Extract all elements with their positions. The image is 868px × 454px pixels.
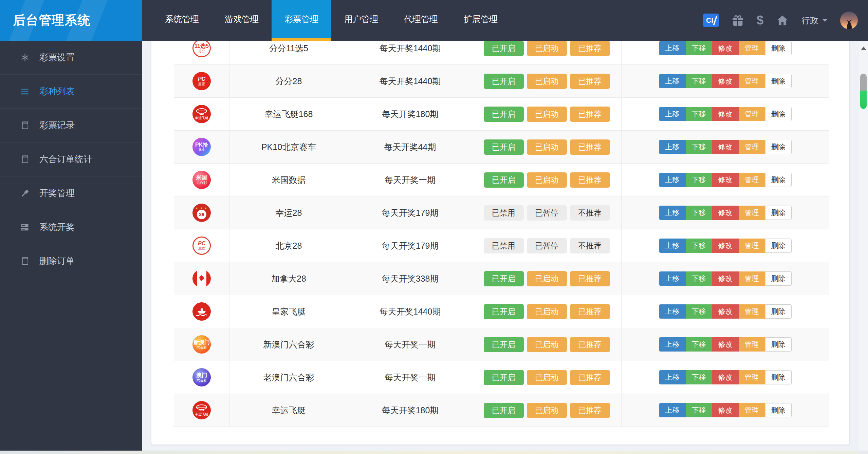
tab-game-management[interactable]: 游戏管理 xyxy=(212,0,272,41)
status-badge[interactable]: 已推荐 xyxy=(570,139,610,155)
ci-icon[interactable]: CI xyxy=(703,14,719,27)
action-delete-button[interactable]: 删除 xyxy=(765,337,792,352)
status-badge[interactable]: 不推荐 xyxy=(570,238,610,253)
action-move-down-button[interactable]: 下移 xyxy=(686,173,712,187)
action-move-down-button[interactable]: 下移 xyxy=(686,271,712,286)
status-badge[interactable]: 已开启 xyxy=(484,271,524,286)
status-badge[interactable]: 已启动 xyxy=(527,370,567,385)
status-badge[interactable]: 已暂停 xyxy=(527,238,567,253)
action-delete-button[interactable]: 删除 xyxy=(765,271,792,286)
dollar-icon[interactable]: $ xyxy=(757,13,763,27)
action-move-down-button[interactable]: 下移 xyxy=(686,337,712,352)
action-move-up-button[interactable]: 上移 xyxy=(659,239,686,253)
status-badge[interactable]: 已推荐 xyxy=(570,337,610,352)
action-move-up-button[interactable]: 上移 xyxy=(659,107,686,121)
action-move-down-button[interactable]: 下移 xyxy=(686,304,712,319)
action-move-down-button[interactable]: 下移 xyxy=(686,239,712,253)
status-badge[interactable]: 已推荐 xyxy=(570,74,610,89)
action-edit-button[interactable]: 修改 xyxy=(712,370,739,384)
status-badge[interactable]: 已启动 xyxy=(527,271,567,286)
status-badge[interactable]: 已开启 xyxy=(484,370,524,385)
action-edit-button[interactable]: 修改 xyxy=(712,337,739,352)
action-delete-button[interactable]: 删除 xyxy=(765,140,792,154)
sidebar-item-lottery-records[interactable]: 彩票记录 xyxy=(0,109,142,143)
action-manage-button[interactable]: 管理 xyxy=(739,403,765,417)
action-delete-button[interactable]: 删除 xyxy=(765,304,792,319)
action-manage-button[interactable]: 管理 xyxy=(739,271,765,286)
sidebar-item-lottery-settings[interactable]: 彩票设置 xyxy=(0,41,142,75)
status-badge[interactable]: 已开启 xyxy=(484,74,524,89)
action-edit-button[interactable]: 修改 xyxy=(712,304,739,319)
status-badge[interactable]: 不推荐 xyxy=(570,205,610,221)
status-badge[interactable]: 已推荐 xyxy=(570,41,610,56)
action-move-down-button[interactable]: 下移 xyxy=(686,370,712,384)
action-delete-button[interactable]: 删除 xyxy=(765,74,792,88)
action-move-down-button[interactable]: 下移 xyxy=(686,206,712,220)
action-edit-button[interactable]: 修改 xyxy=(712,239,739,253)
action-move-up-button[interactable]: 上移 xyxy=(659,41,686,55)
status-badge[interactable]: 已启动 xyxy=(527,41,567,56)
home-icon[interactable] xyxy=(776,14,789,27)
status-badge[interactable]: 已开启 xyxy=(484,139,524,155)
action-edit-button[interactable]: 修改 xyxy=(712,403,739,417)
gift-icon[interactable] xyxy=(732,14,744,27)
action-manage-button[interactable]: 管理 xyxy=(739,41,765,55)
status-badge[interactable]: 已启动 xyxy=(527,172,567,188)
tab-extension-management[interactable]: 扩展管理 xyxy=(451,0,511,41)
status-badge[interactable]: 已禁用 xyxy=(484,238,524,253)
action-move-up-button[interactable]: 上移 xyxy=(659,304,686,319)
status-badge[interactable]: 已开启 xyxy=(484,337,524,352)
status-badge[interactable]: 已推荐 xyxy=(570,370,610,385)
action-move-down-button[interactable]: 下移 xyxy=(686,140,712,154)
action-edit-button[interactable]: 修改 xyxy=(712,173,739,187)
action-manage-button[interactable]: 管理 xyxy=(739,173,765,187)
action-move-up-button[interactable]: 上移 xyxy=(659,140,686,154)
vertical-scrollbar-thumb[interactable] xyxy=(860,74,867,109)
sidebar-item-delete-orders[interactable]: 删除订单 xyxy=(0,244,142,278)
action-delete-button[interactable]: 删除 xyxy=(765,239,792,253)
tab-user-management[interactable]: 用户管理 xyxy=(331,0,391,41)
action-edit-button[interactable]: 修改 xyxy=(712,107,739,121)
action-edit-button[interactable]: 修改 xyxy=(712,271,739,286)
action-move-up-button[interactable]: 上移 xyxy=(659,403,686,417)
action-edit-button[interactable]: 修改 xyxy=(712,206,739,220)
tab-lottery-management[interactable]: 彩票管理 xyxy=(272,0,331,41)
action-move-down-button[interactable]: 下移 xyxy=(686,403,712,417)
tab-system-management[interactable]: 系统管理 xyxy=(152,0,212,41)
status-badge[interactable]: 已开启 xyxy=(484,41,524,56)
status-badge[interactable]: 已禁用 xyxy=(484,205,524,221)
action-move-down-button[interactable]: 下移 xyxy=(686,41,712,55)
status-badge[interactable]: 已启动 xyxy=(527,337,567,352)
action-move-up-button[interactable]: 上移 xyxy=(659,271,686,286)
action-move-down-button[interactable]: 下移 xyxy=(686,74,712,88)
vertical-scrollbar[interactable] xyxy=(859,41,868,454)
sidebar-item-draw-management[interactable]: 开奖管理 xyxy=(0,176,142,210)
status-badge[interactable]: 已启动 xyxy=(527,304,567,319)
status-badge[interactable]: 已推荐 xyxy=(570,403,610,418)
action-edit-button[interactable]: 修改 xyxy=(712,74,739,88)
horizontal-scrollbar[interactable] xyxy=(0,451,859,454)
scroll-up-arrow-icon[interactable] xyxy=(861,44,866,50)
status-badge[interactable]: 已启动 xyxy=(527,74,567,89)
action-move-up-button[interactable]: 上移 xyxy=(659,173,686,187)
action-delete-button[interactable]: 删除 xyxy=(765,41,792,55)
action-move-up-button[interactable]: 上移 xyxy=(659,337,686,352)
action-manage-button[interactable]: 管理 xyxy=(739,107,765,121)
action-move-up-button[interactable]: 上移 xyxy=(659,74,686,88)
action-delete-button[interactable]: 删除 xyxy=(765,370,792,384)
action-manage-button[interactable]: 管理 xyxy=(739,239,765,253)
action-move-up-button[interactable]: 上移 xyxy=(659,370,686,384)
action-manage-button[interactable]: 管理 xyxy=(739,370,765,384)
status-badge[interactable]: 已暂停 xyxy=(527,205,567,221)
action-manage-button[interactable]: 管理 xyxy=(739,337,765,352)
status-badge[interactable]: 已开启 xyxy=(484,172,524,188)
avatar[interactable] xyxy=(840,12,858,29)
action-delete-button[interactable]: 删除 xyxy=(765,403,792,417)
action-delete-button[interactable]: 删除 xyxy=(765,107,792,121)
action-delete-button[interactable]: 删除 xyxy=(765,206,792,220)
status-badge[interactable]: 已开启 xyxy=(484,304,524,319)
status-badge[interactable]: 已开启 xyxy=(484,403,524,418)
action-move-down-button[interactable]: 下移 xyxy=(686,107,712,121)
action-manage-button[interactable]: 管理 xyxy=(739,140,765,154)
sidebar-item-system-draw[interactable]: 系统开奖 xyxy=(0,210,142,244)
